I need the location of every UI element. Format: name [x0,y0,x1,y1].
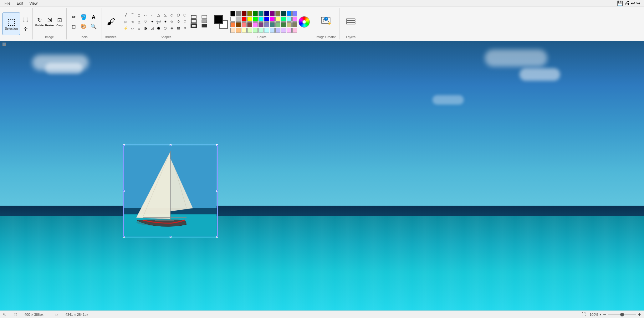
shape-line[interactable]: ╱ [123,12,129,18]
swatch-cornflower[interactable] [287,11,292,16]
shape-frame[interactable]: ⊡ [175,25,181,32]
shape-right-arrow[interactable]: ▷ [123,19,129,25]
canvas-area[interactable] [0,41,644,310]
swatch-mistyrose[interactable] [292,28,297,33]
swatch-lightcyan[interactable] [287,17,292,22]
swatch-white[interactable] [230,17,235,22]
shape-star5[interactable]: ☆ [169,19,175,25]
swatch-red[interactable] [242,17,247,22]
shape-semicircle[interactable]: ◑ [142,25,149,32]
swatch-lavenderblush[interactable] [281,28,286,33]
swatch-cyan[interactable] [258,17,263,22]
fg-color-swatch[interactable] [214,15,223,24]
zoom-slider-thumb[interactable] [620,313,624,316]
zoom-dropdown-icon[interactable]: ▾ [600,313,601,316]
swatch-thistle[interactable] [287,28,292,33]
selection-rect-btn[interactable]: ⬚ [21,15,30,23]
swatch-sage[interactable] [275,22,280,27]
shape-4way-arrow[interactable]: ✦ [149,19,155,25]
image-rotate-btn[interactable]: ↻ Rotate [35,15,44,28]
swatch-darkgray[interactable] [236,11,241,16]
swatch-mintgreen[interactable] [281,17,286,22]
shape-heart[interactable]: ♡ [182,19,188,25]
swatch-steelblue[interactable] [270,22,275,27]
swatch-olive[interactable] [247,11,252,16]
shape-hexagon[interactable]: ⬡ [182,12,188,18]
swatch-tan[interactable] [236,28,241,33]
swatch-teal[interactable] [258,11,263,16]
zoom-plus-btn[interactable]: + [637,312,641,317]
shape-callout[interactable]: 💬 [156,19,162,25]
selection-main-button[interactable]: ⬚ Selection [3,13,20,35]
swatch-darkteal2[interactable] [281,11,286,16]
swatch-aquamarine[interactable] [258,28,263,33]
quick-save[interactable]: 💾 🖨 ↩ ↪ [617,0,643,6]
swatch-mintcream[interactable] [253,28,258,33]
swatch-lightmagenta[interactable] [292,17,297,22]
swatch-black[interactable] [230,11,235,16]
swatch-blue[interactable] [264,17,269,22]
shape-star6[interactable]: ✡ [175,19,181,25]
shape-triangle[interactable]: △ [156,12,162,18]
shape-pentagon[interactable]: ⬠ [175,12,181,18]
shape-rounded-rect[interactable]: ▭ [142,12,149,18]
shape-custom[interactable]: ⌑ [182,25,188,32]
swatch-darkbrown[interactable] [247,22,252,27]
shape-left-arrow[interactable]: ◁ [129,19,135,25]
pencil-btn[interactable]: ✏ [69,13,78,22]
swatch-cream[interactable] [242,28,247,33]
menu-edit[interactable]: Edit [13,1,26,6]
shape-corner[interactable]: ◿ [149,25,155,32]
swatch-slate[interactable] [264,22,269,27]
shape-parallelogram[interactable]: ▱ [129,25,135,32]
shape-right-tri[interactable]: ◺ [162,12,168,18]
swatch-orange[interactable] [230,22,235,27]
swatch-peach[interactable] [230,28,235,33]
menu-view[interactable]: View [26,1,41,6]
swatch-khaki[interactable] [287,22,292,27]
selection-freeform-btn[interactable]: ⊹ [21,24,30,33]
shape-ellipse[interactable]: ○ [149,12,155,18]
swatch-honeydew[interactable] [247,28,252,33]
shape-diamond[interactable]: ◇ [169,12,175,18]
brushes-main-btn[interactable]: 🖌 [105,15,116,28]
swatch-lightsteelblue[interactable] [270,28,275,33]
fill-btn[interactable]: 🪣 [79,13,88,22]
swatch-yellow[interactable] [247,17,252,22]
shape-trapezoid[interactable]: ⏢ [136,25,142,32]
swatch-lavender[interactable] [292,11,297,16]
shape-up-arrow[interactable]: △ [136,19,142,25]
zoom-slider-track[interactable] [608,314,636,315]
zoom-btn-tool[interactable]: 🔍 [89,22,98,31]
swatch-lime[interactable] [253,17,258,22]
swatch-plum[interactable] [258,22,263,27]
swatch-darkolive[interactable] [292,22,297,27]
swatch-darkgreen[interactable] [253,11,258,16]
layers-btn[interactable] [344,15,358,29]
shape-rect[interactable]: □ [136,12,142,18]
zoom-minus-btn[interactable]: − [602,312,606,317]
picker-btn[interactable]: 🎨 [79,22,88,31]
swatch-brown[interactable] [236,22,241,27]
swatch-lightperiwinkle[interactable] [275,28,280,33]
shape-cross[interactable]: ✚ [169,25,175,32]
fullscreen-icon[interactable]: ⛶ [582,312,586,317]
shape-decagon[interactable]: ⬟ [156,25,162,32]
shape-curve[interactable]: ⌒ [129,12,135,18]
swatch-aliceblue[interactable] [264,28,269,33]
eraser-btn[interactable]: ◻ [69,22,78,31]
image-resize-btn[interactable]: ⇲ Resize [45,15,54,28]
swatch-lightgray[interactable] [236,17,241,22]
swatch-darkyellow[interactable] [275,11,280,16]
image-crop-btn[interactable]: ⊡ Crop [55,15,64,28]
color-wheel[interactable] [299,16,310,28]
shape-octagon[interactable]: ⬡ [162,25,168,32]
fill-selector[interactable] [199,13,209,31]
text-btn[interactable]: A [89,13,98,22]
image-creator-btn[interactable]: ✦ [319,15,333,29]
menu-file[interactable]: File [1,1,13,6]
swatch-violet[interactable] [253,22,258,27]
shape-lightning[interactable]: ⚡ [123,25,129,32]
swatch-magenta[interactable] [270,17,275,22]
shape-down-arrow[interactable]: ▽ [142,19,149,25]
